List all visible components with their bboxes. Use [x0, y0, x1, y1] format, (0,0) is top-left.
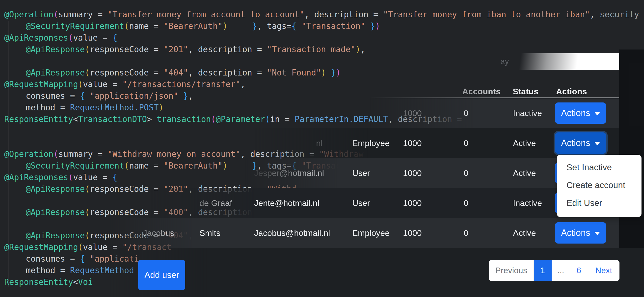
code-token: @ApiResponse — [26, 68, 85, 77]
page-ellipsis: ... — [552, 260, 570, 281]
code-token: ) — [321, 68, 326, 77]
actions-button-row-5[interactable]: Actions — [555, 222, 606, 244]
page-prev[interactable]: Previous — [489, 260, 534, 281]
code-token: ) — [223, 21, 228, 31]
page-next[interactable]: Next — [588, 260, 620, 281]
code-token: { — [112, 33, 118, 42]
menu-item-create-account[interactable]: Create account — [557, 176, 641, 194]
menu-item-edit-user[interactable]: Edit User — [557, 194, 641, 212]
code-token: ( — [68, 33, 73, 42]
cell-role: User — [352, 188, 370, 218]
code-token: @Operation — [4, 10, 54, 19]
actions-button-label: Actions — [561, 228, 590, 238]
code-token: { — [80, 254, 85, 264]
actions-button-label: Actions — [561, 108, 590, 118]
code-token: name = — [129, 21, 164, 31]
code-token: ( — [68, 173, 73, 182]
pagination: Previous1...6Next — [489, 260, 620, 281]
code-token: "Transfer money from account to account" — [108, 10, 304, 19]
code-token: @Operation — [4, 149, 54, 159]
code-token: ) — [356, 44, 360, 54]
menu-item-set-inactive[interactable]: Set Inactive — [557, 158, 641, 176]
actions-button-row-1[interactable]: Actions — [555, 102, 606, 124]
code-token: Voi — [78, 277, 93, 287]
cell-limit: 1000 — [403, 188, 422, 218]
header-cell-status: Status — [513, 85, 538, 97]
code-token: < — [73, 277, 78, 287]
code-token — [85, 254, 90, 264]
code-token: "Transaction made" — [267, 44, 356, 54]
cell-limit: 1000 — [403, 158, 422, 188]
user-table: AccountsStatusActions 10000InactiveActio… — [99, 85, 619, 248]
code-token: responseCode = — [90, 68, 164, 77]
code-token — [85, 91, 90, 101]
status-badge: Active — [513, 128, 536, 158]
table-row-5: JacobusSmitsJacobus@hotmail.nlEmployee10… — [99, 218, 619, 248]
cell-limit: 1000 — [403, 98, 422, 128]
code-token: @ApiResponse — [26, 184, 85, 194]
code-token: @ApiResponse — [26, 44, 85, 54]
cell-email-fragment: nl — [316, 128, 322, 158]
table-row-1: 10000InactiveActions — [99, 98, 619, 128]
code-token: , — [590, 10, 600, 19]
cell-limit: 1000 — [403, 218, 422, 248]
page-1[interactable]: 1 — [534, 260, 552, 281]
page-6[interactable]: 6 — [570, 260, 588, 281]
code-token: , tags= — [257, 21, 292, 31]
code-token: method = — [26, 103, 70, 112]
code-token: summary = — [58, 10, 108, 19]
code-token — [296, 21, 302, 31]
code-token: method = — [26, 266, 70, 275]
add-user-button[interactable]: Add user — [138, 260, 185, 290]
code-token: , description = — [188, 44, 267, 54]
code-token: ( — [54, 10, 58, 19]
header-cell-accounts: Accounts — [462, 85, 500, 97]
page-background-strip — [619, 49, 644, 250]
actions-button-row-2[interactable]: Actions — [555, 132, 606, 154]
code-token: ResponseEntity — [4, 277, 73, 287]
search-field[interactable] — [519, 53, 619, 70]
cell-email: Jente@hotmail.nl — [254, 188, 319, 218]
caret-down-icon — [594, 142, 600, 145]
code-token: responseCode = — [90, 44, 164, 54]
code-token: , — [360, 44, 365, 54]
code-token: { — [80, 91, 85, 101]
code-token: ( — [78, 242, 83, 252]
cell-last-name: Smits — [200, 218, 220, 248]
cell-role: Employee — [352, 128, 390, 158]
code-token — [326, 68, 331, 77]
code-token: ( — [78, 79, 83, 89]
status-badge: Inactive — [513, 98, 542, 128]
code-token: } — [331, 68, 336, 77]
code-token: consumes = — [26, 91, 80, 101]
code-token: @ApiResponse — [26, 207, 85, 217]
caret-down-icon — [594, 232, 600, 235]
code-token: } — [252, 21, 257, 31]
code-token: ( — [85, 207, 90, 217]
caret-down-icon — [594, 112, 600, 115]
code-token: "BearerAuth" — [164, 21, 222, 31]
code-token — [365, 21, 370, 31]
cell-accounts: 0 — [464, 218, 468, 248]
code-token: @ApiResponse — [26, 231, 85, 240]
table-row-4: de GraafJente@hotmail.nlUser10000Inactiv… — [99, 188, 619, 218]
code-token: } — [370, 21, 375, 31]
cell-role: Employee — [352, 218, 390, 248]
code-token: ResponseEntity — [4, 114, 73, 124]
code-token: , description = — [304, 10, 383, 19]
cell-email: Jacobus@hotmail.nl — [254, 218, 330, 248]
code-token: , description = — [188, 68, 267, 77]
table-rows: 10000InactiveActionsnlEmployee10000Activ… — [99, 98, 619, 248]
code-token — [228, 21, 252, 31]
code-line-2: @SecurityRequirement(name = "BearerAuth"… — [4, 20, 639, 32]
code-token: @ApiResponses — [4, 33, 68, 42]
cell-accounts: 0 — [464, 128, 468, 158]
code-token: @ApiResponses — [4, 173, 68, 182]
code-token: ) — [336, 68, 341, 77]
actions-dropdown: Set InactiveCreate accountEdit User — [557, 155, 642, 217]
code-token: ( — [85, 184, 90, 194]
table-header: AccountsStatusActions — [99, 85, 619, 98]
cell-accounts: 0 — [464, 188, 468, 218]
code-token: @SecurityRequirement — [26, 21, 124, 31]
code-token: { — [292, 21, 296, 31]
